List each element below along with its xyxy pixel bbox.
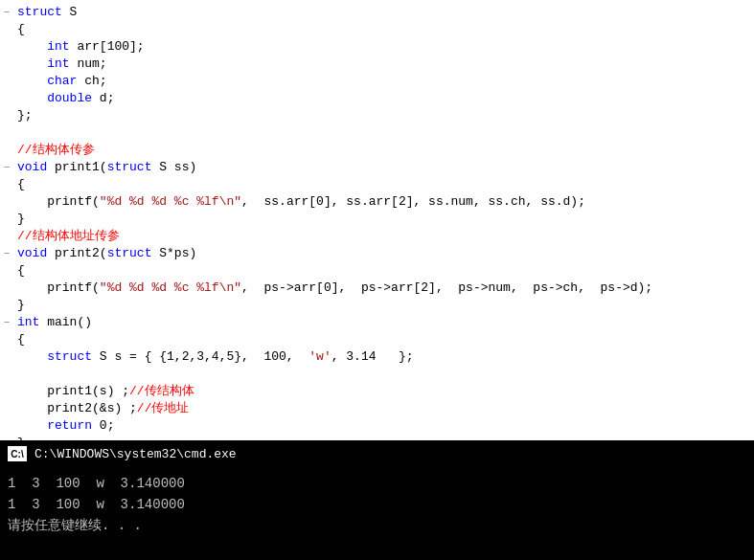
token-var: S*ps) [151, 246, 196, 260]
token-kw: int [17, 315, 39, 329]
token-comment-zh: //结构体地址传参 [17, 229, 120, 243]
line-content: print2(&s) ;//传地址 [13, 400, 754, 417]
code-line: } [0, 211, 754, 228]
line-gutter: − [0, 245, 13, 262]
token-punct: } [17, 298, 25, 312]
token-fn: printf [47, 194, 92, 209]
line-content: struct S s = { {1,2,3,4,5}, 100, 'w', 3.… [13, 348, 754, 366]
code-line: −struct S [0, 4, 754, 21]
token-var: S s = { {1,2,3,4,5}, 100, [92, 349, 308, 364]
line-content: int arr[100]; [13, 38, 754, 56]
token-fn: printf [47, 280, 92, 295]
token-punct: { [17, 263, 25, 278]
token-str: "%d %d %d %c %lf\n" [100, 194, 241, 209]
token-str: "%d %d %d %c %lf\n" [100, 280, 241, 295]
token-var: , ps->arr[0], ps->arr[2], ps->num, ps->c… [241, 280, 652, 295]
token-kw: struct [47, 349, 92, 364]
line-gutter: − [0, 159, 13, 176]
terminal-window: C:\ C:\WINDOWS\system32\cmd.exe 1 3 100 … [0, 440, 754, 560]
line-content: } [13, 211, 754, 228]
line-gutter: − [0, 4, 13, 21]
code-line: { [0, 262, 754, 280]
token-comment-zh: //结构体传参 [17, 143, 95, 157]
line-content: } [13, 297, 754, 314]
code-line: −void print1(struct S ss) [0, 159, 754, 176]
code-line: //结构体传参 [0, 142, 754, 159]
line-content: void print2(struct S*ps) [13, 245, 754, 262]
token-str: 'w' [308, 349, 331, 364]
line-content: //结构体地址传参 [13, 228, 754, 245]
token-var: S [62, 5, 78, 19]
code-line: { [0, 176, 754, 193]
token-fn: print2 [47, 401, 92, 415]
token-punct: } [17, 212, 25, 226]
line-content: struct S [13, 4, 754, 21]
code-line: struct S s = { {1,2,3,4,5}, 100, 'w', 3.… [0, 348, 754, 366]
token-var: S ss) [151, 160, 196, 174]
line-content: printf("%d %d %d %c %lf\n", ps->arr[0], … [13, 280, 754, 297]
token-kw: struct [107, 246, 152, 260]
terminal-titlebar: C:\ C:\WINDOWS\system32\cmd.exe [0, 440, 754, 467]
token-kw: struct [17, 5, 62, 19]
line-content: int num; [13, 56, 754, 73]
token-kw: void [17, 160, 47, 174]
line-content: char ch; [13, 73, 754, 90]
token-var: num; [70, 56, 107, 71]
code-line: return 0; [0, 417, 754, 435]
code-line: print2(&s) ;//传地址 [0, 400, 754, 417]
code-line: printf("%d %d %d %c %lf\n", ps->arr[0], … [0, 280, 754, 297]
token-kw: void [17, 246, 47, 260]
token-punct: { [17, 177, 25, 191]
line-content: } [13, 435, 754, 440]
token-var: ( [92, 194, 100, 209]
line-content: void print1(struct S ss) [13, 159, 754, 176]
terminal-line: 1 3 100 w 3.140000 [8, 473, 746, 494]
line-content: return 0; [13, 417, 754, 435]
line-content: { [13, 176, 754, 193]
code-editor: −struct S{ int arr[100]; int num; char c… [0, 0, 754, 440]
token-kw: double [47, 91, 92, 105]
token-var: ch; [77, 74, 106, 88]
code-line: { [0, 331, 754, 348]
code-line: char ch; [0, 73, 754, 90]
token-var: ( [92, 280, 100, 295]
code-line: } [0, 297, 754, 314]
line-content: //结构体传参 [13, 142, 754, 159]
code-line: }; [0, 107, 754, 124]
line-gutter: − [0, 314, 13, 331]
code-line: { [0, 21, 754, 38]
token-kw: int [47, 39, 69, 54]
token-fn: print1 [47, 384, 92, 398]
line-content: printf("%d %d %d %c %lf\n", ss.arr[0], s… [13, 193, 754, 211]
line-content: double d; [13, 90, 754, 107]
token-var: d; [92, 91, 114, 105]
token-var: (&s) ; [92, 401, 137, 415]
line-content: { [13, 21, 754, 38]
terminal-content: 1 3 100 w 3.1400001 3 100 w 3.140000请按任意… [0, 467, 754, 560]
token-var: print1( [47, 160, 106, 174]
token-comment-zh: //传结构体 [129, 384, 194, 398]
line-content: int main() [13, 314, 754, 331]
token-kw: struct [107, 160, 152, 174]
code-line: −int main() [0, 314, 754, 331]
code-line: //结构体地址传参 [0, 228, 754, 245]
code-line [0, 124, 754, 142]
token-var: arr[100]; [70, 39, 145, 54]
token-var: , 3.14 }; [331, 349, 414, 364]
line-content: print1(s) ;//传结构体 [13, 383, 754, 400]
code-line: printf("%d %d %d %c %lf\n", ss.arr[0], s… [0, 193, 754, 211]
terminal-icon: C:\ [8, 446, 27, 461]
token-var: print2( [47, 246, 106, 260]
token-var: 0; [92, 418, 114, 433]
line-content: { [13, 262, 754, 280]
terminal-line: 请按任意键继续. . . [8, 515, 746, 536]
terminal-title: C:\WINDOWS\system32\cmd.exe [34, 447, 237, 461]
token-punct: }; [17, 108, 33, 123]
token-punct: { [17, 22, 25, 36]
code-line: −void print2(struct S*ps) [0, 245, 754, 262]
token-kw: int [47, 56, 69, 71]
terminal-line: 1 3 100 w 3.140000 [8, 494, 746, 515]
line-content: }; [13, 107, 754, 124]
token-kw: char [47, 74, 77, 88]
cmd-icon: C:\ [11, 449, 23, 459]
